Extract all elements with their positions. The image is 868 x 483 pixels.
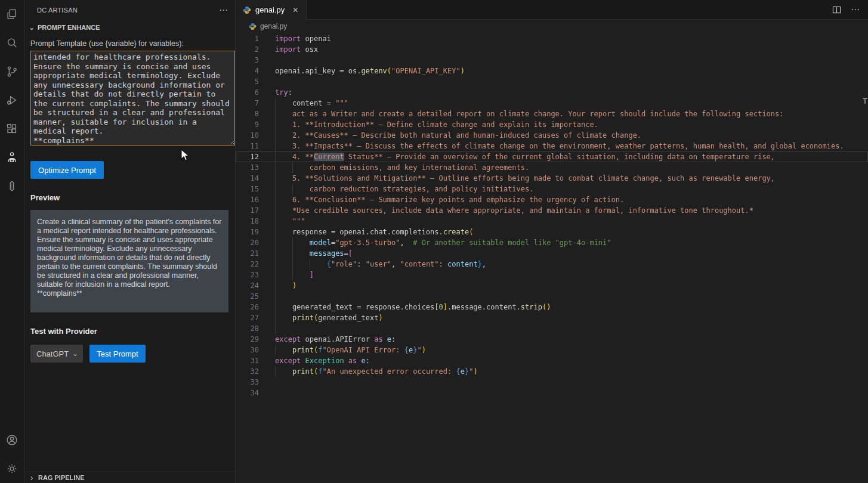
code-line-content: except openai.APIError as e:: [275, 334, 396, 345]
code-token: [275, 314, 292, 322]
code-line-content: 2. **Causes** — Describe both natural an…: [275, 130, 641, 141]
code-line[interactable]: 28: [236, 323, 868, 334]
tab-bar: genai.py ✕ ⋯: [236, 0, 868, 20]
code-token: as: [374, 335, 382, 343]
code-token: import: [275, 35, 301, 43]
run-debug-icon[interactable]: [0, 86, 24, 114]
code-line[interactable]: 7 content = """: [236, 98, 868, 109]
code-line[interactable]: 16 6. **Conclusion** — Summarize key poi…: [236, 194, 868, 205]
line-number: 2: [236, 44, 259, 55]
code-line[interactable]: 27 print(generated_text): [236, 312, 868, 323]
code-line[interactable]: 32 print(f"An unexpected error occurred:…: [236, 366, 868, 377]
code-token: :: [357, 260, 365, 268]
split-editor-icon[interactable]: [832, 5, 841, 14]
code-token: :: [288, 88, 292, 97]
code-line[interactable]: 26 generated_text = response.choices[0].…: [236, 302, 868, 312]
code-line[interactable]: 18 """: [236, 216, 868, 227]
code-token: "OpenAI API Error:: [323, 346, 404, 354]
code-token: :: [391, 335, 396, 343]
code-line[interactable]: 30 print(f"OpenAI API Error: {e}"): [236, 345, 868, 355]
settings-gear-icon[interactable]: [0, 454, 24, 483]
code-token: generated_text: [318, 314, 378, 322]
code-token: Current: [314, 153, 344, 161]
code-line-content: 3. **Impacts** — Discuss the effects of …: [275, 141, 844, 151]
line-number: 3: [236, 55, 259, 66]
code-token: openai.api_key = os.: [275, 67, 362, 75]
code-line[interactable]: 22 {"role": "user", "content": content},: [236, 259, 868, 270]
section-rag-pipeline[interactable]: › RAG PIPELINE: [24, 472, 235, 483]
tab-close-icon[interactable]: ✕: [291, 5, 300, 16]
code-token: as: [344, 357, 357, 365]
explorer-icon[interactable]: [0, 0, 24, 29]
code-token: :: [439, 260, 447, 268]
dc-artisan-icon[interactable]: [0, 143, 24, 172]
code-line-content: """: [275, 216, 305, 227]
code-line[interactable]: 10 2. **Causes** — Describe both natural…: [236, 130, 868, 141]
code-token: 2. **Causes** — Describe both natural an…: [275, 131, 641, 140]
optimize-prompt-button[interactable]: Optimize Prompt: [30, 161, 104, 179]
line-number: 21: [236, 248, 259, 259]
code-line[interactable]: 34: [236, 388, 868, 398]
code-token: "An unexpected error occurred:: [323, 367, 456, 376]
code-line[interactable]: 24 ): [236, 280, 868, 291]
section-prompt-enhance[interactable]: ⌄ PROMPT ENHANCE: [24, 20, 235, 35]
activity-bar: [0, 0, 24, 483]
provider-select[interactable]: ChatGPT ⌄: [30, 345, 83, 363]
indent-guide: [275, 162, 276, 173]
code-line[interactable]: 4openai.api_key = os.getenv("OPENAI_API_…: [236, 66, 868, 76]
code-line[interactable]: 13 carbon emissions, and key internation…: [236, 162, 868, 173]
indent-guide: [275, 151, 276, 162]
extensions-icon[interactable]: [0, 114, 24, 143]
test-controls: ChatGPT ⌄ Test Prompt: [30, 345, 228, 363]
code-line[interactable]: 19 response = openai.chat.completions.cr…: [236, 227, 868, 237]
code-line[interactable]: 2import osx: [236, 44, 868, 55]
tab-genai-py[interactable]: genai.py ✕: [236, 0, 307, 20]
code-line[interactable]: 31except Exception as e:: [236, 355, 868, 366]
code-line[interactable]: 33: [236, 377, 868, 388]
line-number: 12: [236, 151, 259, 162]
code-token: osx: [301, 45, 318, 54]
code-line[interactable]: 1import openai: [236, 33, 868, 44]
code-line[interactable]: 6try:: [236, 87, 868, 98]
code-line[interactable]: 25: [236, 291, 868, 302]
editor-more-actions-icon[interactable]: ⋯: [851, 4, 860, 15]
code-line-content: messages=[: [275, 248, 353, 259]
code-token: openai.APIError: [301, 335, 374, 343]
code-line-content: 4. **Current Status** — Provide an overv…: [275, 151, 775, 162]
code-line[interactable]: 9 1. **Introduction** — Define climate c…: [236, 119, 868, 130]
breadcrumb[interactable]: genai.py: [236, 20, 868, 33]
indent-guide: [310, 259, 310, 270]
code-token: 5. **Solutions and Mitigation** — Outlin…: [275, 174, 775, 182]
code-line[interactable]: 3: [236, 55, 868, 66]
prompt-template-textarea[interactable]: intended for healthcare professionals. E…: [30, 51, 235, 145]
account-icon[interactable]: [0, 426, 24, 454]
secondary-extension-icon[interactable]: [0, 172, 24, 200]
code-line[interactable]: 20 model="gpt-3.5-turbo", # Or another s…: [236, 237, 868, 248]
code-line[interactable]: 11 3. **Impacts** — Discuss the effects …: [236, 141, 868, 151]
line-number: 32: [236, 366, 259, 377]
code-line[interactable]: 21 messages=[: [236, 248, 868, 259]
prompt-template-label: Prompt Template (use {variable} for vari…: [30, 39, 228, 48]
preview-text: Create a clinical summary of the patient…: [30, 210, 228, 312]
sidebar-dc-artisan: DC ARTISAN ⋯ ⌄ PROMPT ENHANCE Prompt Tem…: [24, 0, 236, 483]
code-line[interactable]: 12 4. **Current Status** — Provide an ov…: [236, 151, 868, 162]
code-line-content: response = openai.chat.completions.creat…: [275, 227, 473, 237]
code-line[interactable]: 23 ]: [236, 270, 868, 280]
test-prompt-button[interactable]: Test Prompt: [89, 345, 146, 363]
code-line[interactable]: 14 5. **Solutions and Mitigation** — Out…: [236, 173, 868, 184]
vscode-window: DC ARTISAN ⋯ ⌄ PROMPT ENHANCE Prompt Tem…: [0, 0, 868, 483]
code-line-content: carbon reduction strategies, and policy …: [275, 184, 533, 194]
code-line[interactable]: 17 *Use credible sources, include data w…: [236, 205, 868, 216]
code-line[interactable]: 29except openai.APIError as e:: [236, 334, 868, 345]
code-line[interactable]: 8 act as a Writer and create a detailed …: [236, 109, 868, 119]
source-control-icon[interactable]: [0, 57, 24, 86]
search-icon[interactable]: [0, 29, 24, 57]
code-line[interactable]: 5: [236, 76, 868, 87]
code-line-content: carbon emissions, and key international …: [275, 162, 529, 173]
code-token: Exception: [301, 357, 344, 365]
code-line[interactable]: 15 carbon reduction strategies, and poli…: [236, 184, 868, 194]
preview-heading: Preview: [30, 193, 228, 202]
sidebar-header: DC ARTISAN ⋯: [24, 0, 235, 20]
sidebar-more-actions-icon[interactable]: ⋯: [219, 7, 228, 13]
code-token: "gpt-3.5-turbo": [335, 239, 400, 247]
